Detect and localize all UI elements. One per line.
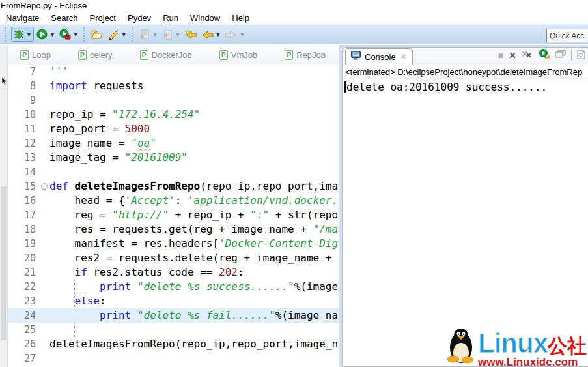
close-icon[interactable]: ✕: [400, 52, 407, 61]
line-number[interactable]: 7: [8, 65, 41, 79]
coverage-icon: [59, 29, 71, 40]
code-line-12[interactable]: 12image_name = "oa": [8, 136, 339, 151]
forward-button[interactable]: ▼: [223, 28, 246, 41]
code-line-9[interactable]: 9: [8, 93, 339, 108]
line-number[interactable]: 23: [8, 294, 41, 308]
code-editor[interactable]: 7'''8import requests910repo_ip = "172.16…: [8, 65, 339, 366]
code-line-23[interactable]: 23 else:: [8, 294, 339, 308]
coverage-dropdown-icon[interactable]: ▼: [73, 31, 79, 38]
text-caret: [344, 81, 346, 93]
line-number[interactable]: 18: [8, 222, 41, 237]
tab-console[interactable]: Console ✕: [345, 48, 413, 65]
last-edit-location-button[interactable]: [184, 28, 199, 41]
code-text: deleteImagesFromRepo(repo_ip,repo_port,i…: [49, 337, 339, 351]
fold-column: [41, 136, 49, 151]
editor-tab-loop[interactable]: PLoop: [20, 50, 51, 60]
forward-dropdown-icon: ▼: [239, 31, 245, 38]
remove-all-terminated-icon[interactable]: ✕✕: [522, 50, 533, 61]
fold-column: [41, 280, 49, 294]
code-line-25[interactable]: 25: [8, 323, 339, 337]
mark-occurrences-button[interactable]: ▼: [106, 28, 128, 41]
next-annotation-button[interactable]: ▼: [138, 28, 160, 41]
left-strip-scrollbar-thumb[interactable]: [1, 186, 6, 340]
code-line-21[interactable]: 21 if res2.status_code == 202:: [8, 265, 339, 280]
run-dropdown-icon[interactable]: ▼: [49, 31, 55, 38]
code-line-18[interactable]: 18 res = requests.get(reg + image_name +…: [8, 222, 339, 237]
workbench-content: PLoopPceleryPDockerJobPVmJobPRepJobPdock…: [0, 45, 588, 367]
code-line-7[interactable]: 7''': [8, 65, 339, 79]
code-line-22[interactable]: 22 print "delete %s success......"%(imag…: [8, 280, 339, 294]
code-line-27[interactable]: 27: [8, 351, 339, 366]
code-line-11[interactable]: 11repo_port = 5000: [8, 122, 339, 136]
quick-access-input[interactable]: [546, 29, 588, 42]
code-text: image_tag = "20161009": [49, 151, 339, 165]
editor-tab-label: DockerJob: [152, 50, 192, 60]
python-file-icon: P: [20, 50, 29, 60]
line-number[interactable]: 14: [8, 165, 41, 179]
line-number[interactable]: 12: [8, 136, 41, 151]
code-line-24[interactable]: 24 print "delete %s fail......"%(image_n…: [8, 308, 339, 323]
run-button[interactable]: ▼: [35, 27, 57, 41]
code-line-17[interactable]: 17 reg = "http://" + repo_ip + ":" + str…: [8, 208, 339, 222]
line-number[interactable]: 13: [8, 151, 41, 165]
console-output[interactable]: delete oa:20161009 success......: [343, 79, 588, 93]
editor-tab-repjob[interactable]: PRepJob: [285, 50, 326, 60]
previous-annotation-button[interactable]: ▼: [161, 28, 182, 41]
menu-item-navigate[interactable]: Navigate: [0, 12, 45, 23]
code-line-19[interactable]: 19 manifest = res.headers['Docker-Conten…: [8, 237, 339, 251]
line-number[interactable]: 21: [8, 265, 41, 280]
line-number[interactable]: 16: [8, 194, 41, 208]
fold-column: [41, 237, 49, 251]
line-number[interactable]: 27: [8, 351, 41, 366]
left-minimized-view-strip[interactable]: [0, 45, 7, 367]
line-number[interactable]: 15: [8, 179, 41, 194]
display-selected-console-icon[interactable]: [555, 50, 566, 61]
code-line-8[interactable]: 8import requests: [8, 79, 339, 93]
menu-item-search[interactable]: Search: [45, 12, 83, 23]
code-line-14[interactable]: 14: [8, 165, 339, 179]
debug-dropdown-icon[interactable]: ▼: [26, 31, 32, 38]
collapse-icon[interactable]: −: [41, 183, 48, 190]
coverage-button[interactable]: ▼: [58, 27, 80, 41]
code-line-10[interactable]: 10repo_ip = "172.16.4.254": [8, 108, 339, 122]
code-line-26[interactable]: 26deleteImagesFromRepo(repo_ip,repo_port…: [8, 337, 339, 351]
editor-tab-vmjob[interactable]: PVmJob: [219, 50, 257, 60]
pen-dropdown-icon[interactable]: ▼: [121, 31, 127, 38]
line-number[interactable]: 11: [8, 122, 41, 136]
line-number[interactable]: 17: [8, 208, 41, 222]
relaunch-icon[interactable]: [539, 49, 550, 62]
open-console-icon[interactable]: [577, 50, 585, 62]
line-number[interactable]: 25: [8, 323, 41, 337]
menu-item-pydev[interactable]: Pydev: [122, 12, 157, 23]
code-line-15[interactable]: 15−def deleteImagesFromRepo(repo_ip,repo…: [8, 179, 339, 194]
fold-column: [41, 265, 49, 280]
editor-tab-celery[interactable]: Pcelery: [78, 50, 113, 60]
menu-item-help[interactable]: Help: [226, 12, 255, 23]
code-text: [49, 93, 339, 108]
menu-item-project[interactable]: Project: [84, 12, 122, 23]
line-number[interactable]: 10: [8, 108, 41, 122]
watermark-url: www.Linuxidc.com: [478, 357, 587, 367]
line-number[interactable]: 24: [8, 308, 41, 323]
line-number[interactable]: 22: [8, 280, 41, 294]
code-line-16[interactable]: 16 head = {'Accept': 'application/vnd.do…: [8, 194, 339, 208]
mouse-cursor-icon: [1, 76, 7, 88]
code-line-20[interactable]: 20 res2 = requests.delete(reg + image_na…: [8, 251, 339, 265]
code-text: res = requests.get(reg + image_name + "/…: [49, 222, 339, 237]
line-number[interactable]: 8: [8, 79, 41, 93]
open-folder-button[interactable]: [90, 28, 105, 41]
fold-column: [41, 151, 49, 165]
line-number[interactable]: 26: [8, 337, 41, 351]
debug-button[interactable]: ▼: [11, 27, 34, 42]
line-number[interactable]: 9: [8, 93, 41, 108]
menu-item-run[interactable]: Run: [157, 12, 184, 23]
line-number[interactable]: 19: [8, 237, 41, 251]
editor-panel: PLoopPceleryPDockerJobPVmJobPRepJobPdock…: [8, 45, 339, 367]
back-button[interactable]: ▼: [200, 28, 223, 41]
line-number[interactable]: 20: [8, 251, 41, 265]
remove-launch-icon[interactable]: ✕: [509, 51, 516, 60]
menu-item-window[interactable]: Window: [184, 12, 226, 23]
editor-tab-dockerjob[interactable]: PDockerJob: [140, 50, 192, 60]
back-dropdown-icon[interactable]: ▼: [216, 31, 221, 38]
code-line-13[interactable]: 13image_tag = "20161009": [8, 151, 339, 165]
